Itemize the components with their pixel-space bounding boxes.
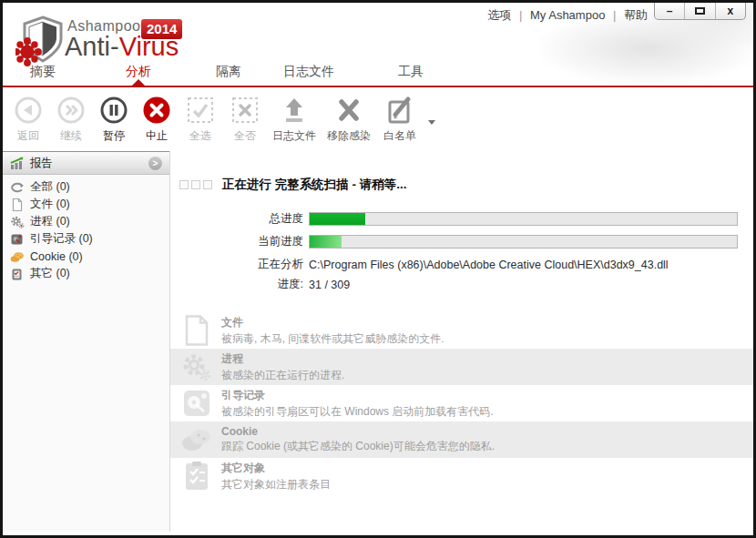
abort-label: 中止 [146,128,168,144]
sidebar-item-label: 文件 (0) [30,197,70,212]
total-progress-row: 总进度 [179,211,753,227]
category-row-boot-records: 引导记录 被感染的引导扇区可以在 Windows 启动前加载有害代码. [170,385,753,421]
remove-infection-button[interactable]: 移除感染 [322,95,375,144]
scan-panel: 正在进行 完整系统扫描 - 请稍等... 总进度 当前进度 正在分析 [170,151,753,532]
uncheck-all-icon [231,95,259,126]
gear-icon [10,216,25,228]
product-prefix: Anti- [65,32,119,61]
category-title: 引导记录 [221,388,494,403]
total-progress-bar [309,212,738,226]
marquee-square-icon [203,180,212,189]
category-desc: 其它对象如注册表条目 [221,477,331,492]
category-title: 进程 [221,351,344,367]
tab-bar: 摘要 分析 隔离 日志文件 工具 [3,64,753,82]
abort-icon [142,95,171,126]
progress-count-value: 31 / 309 [309,279,350,291]
select-all-button[interactable]: 全选 [179,95,221,144]
current-progress-fill [310,236,342,248]
category-row-cookies: Cookie 跟踪 Cookie (或其它感染的 Cookie)可能会危害您的隐… [170,421,753,458]
whitelist-button[interactable]: 白名单 [378,95,422,144]
help-link[interactable]: 帮助 [624,8,648,22]
continue-label: 继续 [60,128,82,144]
pause-button[interactable]: 暂停 [94,95,134,144]
close-icon: x [727,5,733,17]
select-none-button[interactable]: 全否 [224,95,266,144]
current-progress-label: 当前进度 [179,234,303,249]
tab-tools[interactable]: 工具 [398,64,424,80]
category-desc: 被感染的引导扇区可以在 Windows 启动前加载有害代码. [221,404,494,420]
header: Ashampoo® Anti-Virus 2014 选项 | My Ashamp… [3,3,753,87]
minimize-button[interactable]: – [655,3,684,19]
sidebar-item-report[interactable]: 报告 > [3,151,169,175]
progress-section: 总进度 当前进度 正在分析 C:\Program Files (x86)\Ado… [179,211,753,292]
total-progress-label: 总进度 [179,211,303,227]
progress-count-row: 进度: 31 / 309 [179,277,753,292]
my-ashampoo-link[interactable]: My Ashampoo [530,8,605,22]
window-controls: – x [654,3,746,20]
back-button[interactable]: 返回 [8,95,48,144]
sidebar-item-other[interactable]: 其它 (0) [3,265,169,282]
analyzing-label: 正在分析 [179,257,303,272]
category-desc: 被感染的正在运行的进程. [221,368,344,383]
tab-summary[interactable]: 摘要 [30,64,56,80]
scan-heading: 正在进行 完整系统扫描 - 请稍等... [179,151,753,193]
scan-heading-text: 正在进行 完整系统扫描 - 请稍等... [222,177,407,193]
category-list: 文件 被病毒, 木马, 间谍软件或其它威胁感染的文件. 进程 被感染的正在运行的… [170,312,753,494]
back-label: 返回 [17,128,39,144]
marquee-square-icon [191,180,200,189]
tab-quarantine[interactable]: 隔离 [216,64,241,80]
tab-log-files[interactable]: 日志文件 [283,64,334,80]
year-badge: 2014 [141,19,182,39]
remove-infection-label: 移除感染 [327,128,371,144]
abort-button[interactable]: 中止 [137,95,177,144]
sidebar-item-all[interactable]: 全部 (0) [3,178,169,196]
header-links: 选项 | My Ashampoo | 帮助 [487,7,648,24]
category-title: 其它对象 [221,461,331,476]
continue-button[interactable]: 继续 [51,95,91,144]
pause-label: 暂停 [103,128,125,144]
edit-list-icon [384,95,415,126]
close-button[interactable]: x [715,3,745,19]
active-tab-marker [132,79,145,86]
sidebar-item-label: 全部 (0) [30,179,70,195]
select-all-label: 全选 [189,128,211,144]
category-row-processes: 进程 被感染的正在运行的进程. [170,349,753,385]
tab-analysis[interactable]: 分析 [126,64,151,80]
sidebar-item-processes[interactable]: 进程 (0) [3,213,169,230]
category-desc: 被病毒, 木马, 间谍软件或其它威胁感染的文件. [221,331,444,347]
maximize-icon [695,7,705,15]
current-progress-bar [309,235,738,249]
maximize-button[interactable] [684,3,714,19]
file-icon [10,198,25,211]
category-row-files: 文件 被病毒, 木马, 间谍软件或其它威胁感染的文件. [170,312,753,349]
shield-virus-icon [15,14,66,66]
toolbar-dropdown-caret-icon[interactable] [428,120,435,125]
clipboard-icon [10,268,25,280]
cookies-large-icon [179,424,214,455]
clipboard-large-icon [179,461,214,492]
sidebar-item-label: 进程 (0) [30,214,70,229]
sidebar-item-boot-records[interactable]: 引导记录 (0) [3,230,169,248]
sidebar-item-label: 其它 (0) [30,266,70,281]
select-none-label: 全否 [234,128,256,144]
hard-disk-large-icon [179,388,214,419]
whitelist-label: 白名单 [383,128,416,144]
back-icon [14,95,43,126]
sidebar-item-files[interactable]: 文件 (0) [3,196,169,213]
chevron-right-icon[interactable]: > [148,157,162,170]
toolbar: 返回 继续 暂停 中止 全选 [3,87,753,151]
remove-x-icon [334,95,363,126]
log-file-button[interactable]: 日志文件 [269,95,320,144]
current-progress-row: 当前进度 [179,234,753,249]
analyzing-path: C:\Program Files (x86)\Adobe\Adobe Creat… [309,259,669,271]
category-row-other: 其它对象 其它对象如注册表条目 [170,458,753,494]
sidebar-item-cookies[interactable]: Cookie (0) [3,248,169,265]
options-link[interactable]: 选项 [487,8,511,22]
pause-icon [99,95,128,126]
content: 报告 > 全部 (0) 文件 (0) [3,151,753,532]
report-chart-icon [10,157,25,169]
sidebar-item-label: 引导记录 (0) [30,231,93,247]
sidebar-item-label: 报告 [30,156,53,171]
sidebar: 报告 > 全部 (0) 文件 (0) [3,151,170,532]
cookie-icon [10,250,25,263]
